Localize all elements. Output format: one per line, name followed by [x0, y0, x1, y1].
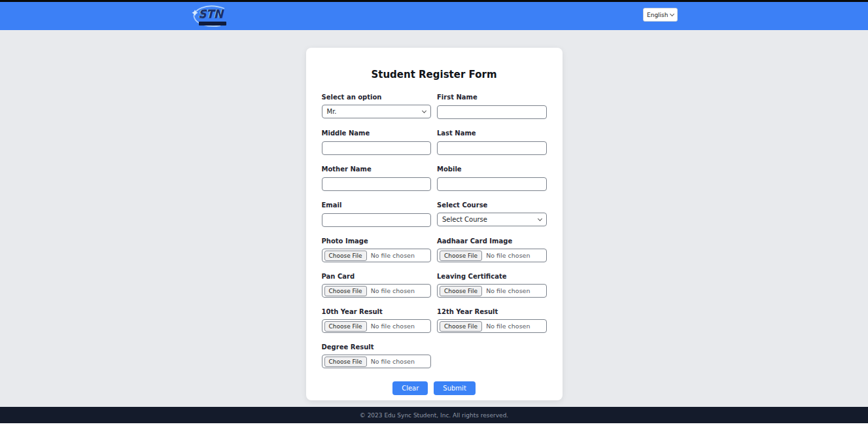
last-name-input[interactable]	[437, 141, 547, 155]
top-navbar: STN English	[0, 2, 868, 30]
field-mobile: Mobile	[437, 165, 547, 191]
logo-text: STN	[198, 7, 223, 20]
field-label: Photo Image	[322, 237, 432, 245]
choose-file-button[interactable]: Choose File	[440, 321, 482, 332]
chevron-down-icon	[422, 109, 426, 113]
file-status: No file chosen	[371, 322, 415, 330]
leaving-certificate-file-input[interactable]: Choose File No file chosen	[437, 284, 547, 298]
field-label: Pan Card	[322, 273, 432, 281]
file-status: No file chosen	[486, 322, 530, 330]
field-label: Mobile	[437, 165, 547, 173]
first-name-input[interactable]	[437, 105, 547, 119]
file-status: No file chosen	[486, 287, 530, 294]
middle-name-input[interactable]	[322, 141, 432, 155]
field-leaving-certificate: Leaving Certificate Choose File No file …	[437, 273, 547, 298]
field-pan-card: Pan Card Choose File No file chosen	[322, 273, 432, 298]
field-degree-result: Degree Result Choose File No file chosen	[322, 343, 432, 368]
file-status: No file chosen	[371, 287, 415, 294]
language-select[interactable]: English	[643, 8, 678, 22]
stn-logo[interactable]: STN	[190, 4, 231, 29]
choose-file-button[interactable]: Choose File	[324, 286, 367, 296]
field-label: Select Course	[437, 201, 547, 209]
field-label: Degree Result	[322, 343, 432, 351]
choose-file-button[interactable]: Choose File	[440, 286, 482, 296]
field-label: Last Name	[437, 130, 547, 137]
form-actions: Clear Submit	[322, 381, 547, 395]
field-twelfth-year-result: 12th Year Result Choose File No file cho…	[437, 308, 547, 333]
field-label: 10th Year Result	[322, 308, 432, 316]
chevron-down-icon	[537, 217, 542, 221]
file-status: No file chosen	[371, 358, 415, 365]
clear-button[interactable]: Clear	[392, 381, 428, 395]
register-form-card: Student Register Form Select an option M…	[306, 48, 563, 400]
course-select-value: Select Course	[442, 216, 487, 223]
field-course-select: Select Course Select Course	[437, 201, 547, 227]
field-label: Select an option	[322, 94, 432, 101]
degree-result-file-input[interactable]: Choose File No file chosen	[322, 355, 432, 368]
field-photo-image: Photo Image Choose File No file chosen	[322, 237, 432, 262]
field-label: Middle Name	[322, 130, 432, 137]
field-aadhaar-card-image: Aadhaar Card Image Choose File No file c…	[437, 237, 547, 262]
page-body: Student Register Form Select an option M…	[0, 30, 868, 407]
field-label: 12th Year Result	[437, 308, 547, 316]
title-select[interactable]: Mr.	[322, 105, 432, 118]
choose-file-button[interactable]: Choose File	[324, 321, 367, 332]
twelfth-year-result-file-input[interactable]: Choose File No file chosen	[437, 319, 547, 333]
course-select[interactable]: Select Course	[437, 213, 547, 226]
field-mother-name: Mother Name	[322, 165, 432, 191]
bottom-white-strip	[0, 423, 868, 435]
file-status: No file chosen	[371, 252, 415, 259]
mother-name-input[interactable]	[322, 177, 432, 191]
field-first-name: First Name	[437, 94, 547, 119]
choose-file-button[interactable]: Choose File	[440, 251, 482, 261]
title-select-value: Mr.	[327, 108, 337, 115]
field-label: First Name	[437, 94, 547, 101]
photo-image-file-input[interactable]: Choose File No file chosen	[322, 249, 432, 262]
choose-file-button[interactable]: Choose File	[324, 251, 367, 261]
field-last-name: Last Name	[437, 130, 547, 155]
submit-button[interactable]: Submit	[434, 381, 475, 395]
empty-grid-cell	[437, 343, 547, 368]
form-grid: Select an option Mr. First Name Middle N…	[322, 94, 547, 395]
copyright-text: © 2023 Edu Sync Student, Inc. All rights…	[360, 412, 508, 419]
field-middle-name: Middle Name	[322, 130, 432, 155]
page-footer: © 2023 Edu Sync Student, Inc. All rights…	[0, 407, 868, 423]
chevron-down-icon	[670, 12, 674, 16]
field-tenth-year-result: 10th Year Result Choose File No file cho…	[322, 308, 432, 333]
field-label: Mother Name	[322, 165, 432, 173]
field-title-select: Select an option Mr.	[322, 94, 432, 119]
pan-card-file-input[interactable]: Choose File No file chosen	[322, 284, 432, 298]
logo-tagline-bar	[199, 22, 226, 26]
choose-file-button[interactable]: Choose File	[324, 357, 367, 367]
aadhaar-card-file-input[interactable]: Choose File No file chosen	[437, 249, 547, 262]
language-select-value: English	[647, 12, 668, 18]
field-label: Leaving Certificate	[437, 273, 547, 281]
field-email: Email	[322, 201, 432, 227]
email-input[interactable]	[322, 213, 432, 227]
tenth-year-result-file-input[interactable]: Choose File No file chosen	[322, 319, 432, 333]
field-label: Email	[322, 201, 432, 209]
mobile-input[interactable]	[437, 177, 547, 191]
form-title: Student Register Form	[322, 69, 547, 80]
field-label: Aadhaar Card Image	[437, 237, 547, 245]
file-status: No file chosen	[486, 252, 530, 259]
